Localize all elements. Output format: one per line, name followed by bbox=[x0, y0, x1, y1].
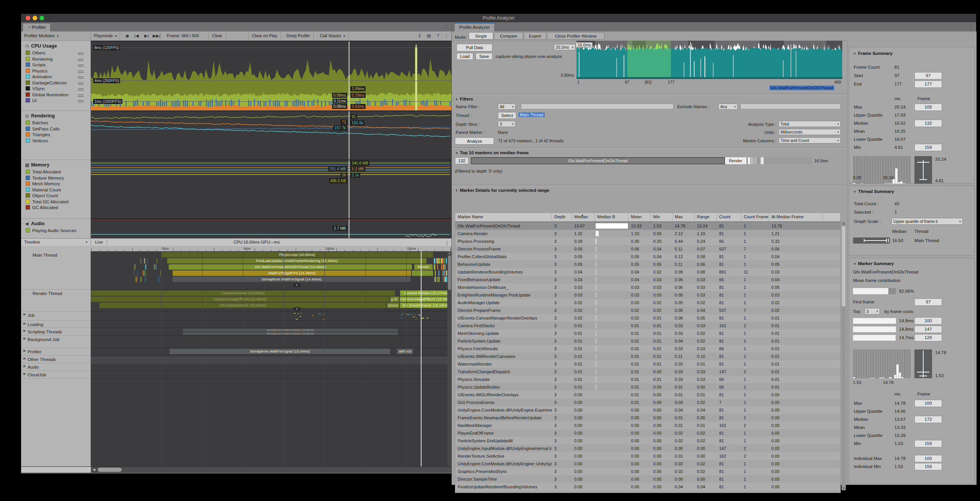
toolbar-kebab-icon[interactable]: ⋮ bbox=[442, 31, 451, 40]
thread-label-background-job[interactable]: ▶Background Job bbox=[21, 336, 91, 348]
thread-track-cloudjob[interactable] bbox=[91, 371, 451, 379]
legend-item-vertices[interactable]: Vertices bbox=[21, 138, 91, 144]
table-row[interactable]: Profiler.CollectGlobalStats30.050.050.04… bbox=[455, 253, 840, 260]
legend-item-global-illumination[interactable]: Global Illumination bbox=[21, 92, 91, 98]
disclosure-icon[interactable]: ▶ bbox=[23, 329, 26, 333]
legend-item-triangles[interactable]: Triangles bbox=[21, 132, 91, 138]
call-stacks-dropdown[interactable]: Call Stacks bbox=[316, 31, 349, 40]
drag-handle-icon[interactable] bbox=[78, 64, 84, 68]
ms-top-frame-button[interactable]: 129 bbox=[914, 334, 942, 341]
column-header-cf[interactable]: Count Frame bbox=[741, 213, 769, 221]
ms-top-frame-button[interactable]: 100 bbox=[914, 317, 942, 325]
table-row[interactable]: UIEvents.IMGUIRenderOverlays30.000.010.0… bbox=[455, 391, 840, 399]
live-button[interactable]: Live bbox=[91, 239, 107, 246]
drag-handle-icon[interactable] bbox=[78, 71, 84, 74]
table-row[interactable]: PlayerEndOfFrame30.000.000.000.020.02811… bbox=[455, 429, 840, 437]
mode-button-close-profiler-window[interactable]: Close Profiler Window bbox=[547, 32, 604, 40]
scroll-thumb[interactable] bbox=[448, 255, 451, 290]
table-row[interactable]: ParticleSystem.Update30.010.010.010.040.… bbox=[455, 337, 840, 345]
mode-button-export[interactable]: Export bbox=[524, 32, 546, 40]
timeline-span[interactable]: PostLateUpdate.FinishFrameRendering (15.… bbox=[167, 258, 427, 264]
top10-bar[interactable]: Gfx.WaitForPresentOnGfxThread Render bbox=[471, 157, 812, 164]
mode-button-compare[interactable]: Compare bbox=[494, 32, 523, 40]
marker-table-header[interactable]: Marker NameDepthMedian▼Median BMeanMinMa… bbox=[455, 213, 841, 222]
marker-columns-dropdown[interactable]: Time and Count bbox=[779, 137, 841, 143]
legend-item-mesh-memory[interactable]: Mesh Memory bbox=[21, 181, 91, 187]
top10-header[interactable]: ▼Top 10 markers on median frame bbox=[455, 150, 529, 155]
record-button[interactable]: ◉ bbox=[123, 31, 132, 40]
thread-track-main-thread[interactable]: PlayerLoop (16.65ms)PostLateUpdate.Finis… bbox=[91, 251, 451, 290]
thread-label-loading[interactable]: ▶Loading bbox=[21, 321, 91, 328]
top10-frame-button[interactable]: 132 bbox=[455, 157, 469, 164]
fs-stat-frame-button[interactable]: 159 bbox=[914, 144, 942, 151]
ms-stat-frame-button[interactable]: 172 bbox=[914, 416, 942, 423]
table-row[interactable]: UnityEngine.CoreModule.dll!UnityEngine::… bbox=[455, 460, 840, 468]
table-row[interactable]: FrameEvents.NewInputBeforeRenderUpdate30… bbox=[455, 414, 840, 422]
drag-handle-icon[interactable] bbox=[78, 94, 84, 97]
table-row[interactable]: Physics.FetchResults30.010.010.010.030.0… bbox=[455, 345, 840, 353]
collapse-arrow-icon[interactable]: ▼ bbox=[293, 307, 300, 311]
table-row[interactable]: UIEvents.CanvasManagerRenderOverlays30.0… bbox=[455, 314, 840, 322]
disclosure-icon[interactable]: ▶ bbox=[23, 356, 26, 360]
column-header-am[interactable]: At Median Frame bbox=[769, 213, 823, 221]
column-header-d[interactable]: Depth bbox=[552, 213, 572, 221]
thread-summary-header[interactable]: ▼Thread Summary bbox=[853, 189, 894, 194]
chart-rendering[interactable]: 73157.7k91150.5k bbox=[91, 110, 451, 160]
prev-frame-button[interactable]: |◀ bbox=[132, 31, 141, 40]
column-header-b[interactable]: Median B bbox=[595, 213, 629, 221]
playhead-line[interactable] bbox=[349, 219, 349, 239]
fs-info-frame-button[interactable]: 177 bbox=[914, 81, 942, 88]
ms-individual-frame-button[interactable]: 100 bbox=[914, 455, 942, 462]
clear-button[interactable]: Clear bbox=[208, 31, 226, 40]
legend-item-batches[interactable]: Batches bbox=[21, 120, 91, 126]
disclosure-icon[interactable]: ▶ bbox=[23, 321, 26, 325]
fs-info-frame-button[interactable]: 97 bbox=[914, 72, 942, 79]
table-row[interactable]: Director.ProcessFrame30.050.060.040.110.… bbox=[455, 245, 840, 253]
thread-label-render-thread[interactable]: Render Thread bbox=[21, 290, 91, 311]
fs-stat-frame-button[interactable]: 105 bbox=[914, 104, 942, 111]
timeline-span[interactable]: Camera.ImageEffects (15.48ms) bbox=[91, 297, 389, 302]
timeline-span[interactable]: Camera.Render (16.27ms) bbox=[400, 290, 451, 296]
selected-marker-chip[interactable]: Gfx.WaitForPresentOnGfxThread bbox=[769, 86, 834, 90]
ms-stat-frame-button[interactable]: 159 bbox=[914, 440, 942, 447]
load-profile-icon[interactable]: ↧ bbox=[415, 31, 424, 40]
drag-handle-icon[interactable] bbox=[78, 76, 84, 79]
disclosure-icon[interactable]: ▶ bbox=[23, 312, 26, 316]
legend-item-physics[interactable]: Physics bbox=[21, 68, 91, 74]
table-row[interactable]: Physics.Processing30.290.300.200.440.246… bbox=[455, 237, 840, 245]
table-row[interactable]: WatermarkRender30.010.010.010.020.018110… bbox=[455, 360, 840, 368]
scroll-down-icon[interactable]: ▼ bbox=[842, 486, 846, 490]
scroll-thumb[interactable] bbox=[842, 226, 845, 307]
table-row[interactable]: MeshSkinning.Update30.010.010.010.030.02… bbox=[455, 330, 840, 337]
table-row[interactable]: UnityEngine.CoreModule.dll!UnityEngine.E… bbox=[455, 406, 840, 414]
profiler-modules-dropdown[interactable]: Profiler Modules bbox=[21, 31, 91, 40]
analyzer-kebab-icon[interactable]: ⋮ bbox=[968, 24, 973, 30]
scroll-up-icon[interactable]: ▲ bbox=[842, 222, 846, 226]
profiler-tab-kebab-icon[interactable]: ⋮ bbox=[444, 24, 449, 30]
legend-item-setpass-calls[interactable]: SetPass Calls bbox=[21, 126, 91, 132]
playhead-line[interactable] bbox=[349, 111, 349, 160]
tab-profiler[interactable]: ◔Profiler bbox=[23, 23, 51, 32]
timeline-view-dropdown[interactable]: Timeline▾ bbox=[21, 239, 91, 246]
table-row[interactable]: Monobehaviour.OnMouse_30.030.030.030.060… bbox=[455, 283, 840, 291]
table-row[interactable]: Director.SampleTime30.000.000.000.000.00… bbox=[455, 475, 840, 483]
table-row[interactable]: EndGraphicsJobs30.000.000.000.010.013244… bbox=[455, 491, 840, 493]
table-row[interactable]: FinalizeUpdateRendererBoundingVolumes30.… bbox=[455, 483, 840, 491]
disclosure-icon[interactable]: ▶ bbox=[23, 364, 26, 368]
ms-stat-frame-button[interactable]: 100 bbox=[914, 400, 942, 407]
timeline-span[interactable]: aitForSi bbox=[397, 349, 413, 354]
column-header-name[interactable]: Marker Name bbox=[455, 213, 552, 221]
disclosure-icon[interactable]: ▶ bbox=[23, 349, 26, 353]
timeline-span[interactable]: Render bbox=[414, 264, 433, 270]
thread-label-profiler[interactable]: ▶Profiler bbox=[21, 348, 91, 356]
column-header-me[interactable]: Mean bbox=[629, 213, 651, 221]
filters-header[interactable]: ▼Filters bbox=[455, 97, 473, 101]
timeline-span[interactable]: aGeor bbox=[387, 303, 399, 308]
titlebar-kebab-icon[interactable]: ⋮ bbox=[967, 15, 972, 21]
disclosure-icon[interactable]: ▶ bbox=[23, 372, 26, 376]
top10-segment-render[interactable]: Render bbox=[725, 157, 746, 164]
tab-profile-analyzer[interactable]: Profile Analyzer bbox=[454, 23, 495, 32]
legend-item-total-allocated[interactable]: Total Allocated bbox=[21, 169, 91, 175]
thread-label-other-threads[interactable]: ▶Other Threads bbox=[21, 356, 91, 363]
module-header[interactable]: ▦Memory bbox=[21, 160, 91, 169]
